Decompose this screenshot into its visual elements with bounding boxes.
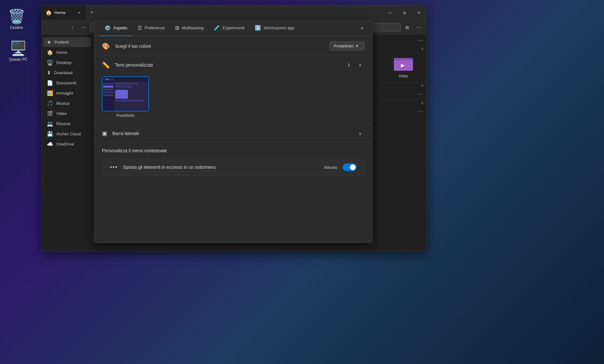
theme-grid: Predefinito — [94, 74, 372, 124]
temi-collapse-icon: ∧ — [359, 62, 362, 68]
sidebar-item-risorse[interactable]: 💻 Risorse — [43, 119, 91, 129]
barra-laterale-chevron[interactable]: ∨ — [356, 129, 365, 138]
sidebar: ★ Preferiti 🏠 Home 🖥️ Desktop ⬇ Download… — [42, 34, 93, 251]
tab-home[interactable]: 🏠 Home ✕ — [42, 5, 86, 20]
right-section-divider-2: ∧ — [380, 82, 426, 88]
tab-aspetto[interactable]: ⚙️ Aspetto — [99, 20, 132, 36]
immagini-icon: 🖼️ — [47, 90, 53, 96]
temi-info-icon: ℹ — [348, 62, 350, 68]
forward-button[interactable]: → — [56, 22, 66, 32]
dot-3 — [109, 78, 111, 80]
temi-section-actions: ℹ ∧ — [344, 61, 365, 69]
right-more-button-2[interactable]: ⋯ — [416, 89, 425, 98]
tab-esperimenti[interactable]: 🧪 Esperimenti — [209, 20, 250, 36]
sidebar-item-video-label: Video — [56, 111, 67, 116]
toolbar-right: ⊞ ⋯ — [402, 22, 424, 32]
preview-card — [115, 90, 128, 99]
sidebar-item-desktop[interactable]: 🖥️ Desktop — [43, 58, 91, 68]
right-folder-video-label: Video — [399, 74, 408, 78]
preview-sidebar-item-3 — [103, 89, 113, 90]
add-tab-button[interactable]: + — [86, 9, 97, 16]
sidebar-item-onedrive[interactable]: ☁️ OneDrive — [43, 139, 91, 149]
recycle-bin-label: Cestino — [10, 25, 23, 30]
sidebar-item-musica[interactable]: 🎵 Musica — [43, 98, 91, 108]
this-pc-icon: 🖥️ — [11, 41, 26, 56]
context-menu-row-label: Sposta gli elementi in eccesso in un sot… — [123, 165, 319, 170]
chevron-up-icon-1: ∧ — [421, 46, 424, 51]
color-row: 🎨 Scegli il tuo colore Predefinito ▾ — [94, 36, 372, 56]
theme-preview-body — [103, 82, 148, 111]
desktop-icon-this-pc[interactable]: 🖥️ Questo PC — [6, 38, 30, 64]
right-more-button-3[interactable]: ⋯ — [416, 107, 425, 116]
temi-section-header[interactable]: ✏️ Temi personalizzati ℹ ∧ — [94, 56, 372, 74]
esperimenti-tab-label: Esperimenti — [223, 25, 245, 30]
risorse-icon: 💻 — [47, 121, 53, 127]
title-bar-tabs: 🏠 Home ✕ + — [42, 5, 382, 20]
svg-rect-2 — [394, 58, 401, 61]
restore-button[interactable]: ⧉ — [397, 5, 412, 20]
preview-row-1 — [115, 83, 138, 85]
preview-row-2 — [115, 86, 131, 88]
temi-section-label: Temi personalizzati — [115, 62, 339, 68]
right-folder-video[interactable]: Video — [380, 52, 426, 82]
sidebar-item-video[interactable]: 🎬 Video — [43, 109, 91, 118]
color-row-label: Scegli il tuo colore — [115, 44, 324, 49]
temi-collapse-button[interactable]: ∧ — [356, 61, 365, 69]
onedrive-icon: ☁️ — [47, 141, 53, 147]
preview-sidebar-item-4 — [103, 91, 113, 93]
tab-informazioni[interactable]: ℹ️ Informazioni app — [250, 20, 299, 36]
right-section-header-1: ⋯ — [380, 34, 426, 46]
back-icon: ← — [47, 25, 52, 30]
multitasking-tab-icon: ⊞ — [175, 25, 179, 31]
toolbar-options-button[interactable]: ⋯ — [414, 22, 424, 32]
color-dropdown[interactable]: Predefinito ▾ — [330, 41, 365, 51]
temi-info-button[interactable]: ℹ — [344, 61, 353, 69]
sidebar-item-download[interactable]: ⬇ Download — [43, 68, 91, 78]
right-section-header-3: ⋯ — [380, 106, 426, 117]
dot-4 — [111, 78, 113, 80]
context-menu-toggle[interactable] — [343, 163, 357, 171]
right-panel: ⋯ ∧ Video ∧ ⋯ — [380, 34, 426, 251]
barra-laterale-row[interactable]: ▣ Barra laterale ∨ — [94, 125, 372, 143]
desktop-sidebar-icon: 🖥️ — [47, 60, 53, 66]
sidebar-item-documenti[interactable]: 📄 Documenti — [43, 78, 91, 88]
preview-sidebar-item-5 — [103, 94, 113, 96]
desktop-icon-recycle-bin[interactable]: 🗑️ Cestino — [6, 6, 27, 32]
sidebar-item-archivi-cloud-label: Archivi Cloud — [56, 132, 81, 136]
sidebar-item-desktop-label: Desktop — [56, 60, 72, 65]
sidebar-item-immagini-label: Immagini — [56, 91, 73, 96]
this-pc-label: Questo PC — [9, 57, 28, 62]
sidebar-item-onedrive-label: OneDrive — [56, 142, 74, 146]
sidebar-item-archivi-cloud[interactable]: 💾 Archivi Cloud — [43, 129, 91, 139]
settings-content: 🎨 Scegli il tuo colore Predefinito ▾ ✏️ … — [94, 36, 372, 243]
sidebar-item-download-label: Download — [54, 70, 73, 75]
temi-section: ✏️ Temi personalizzati ℹ ∧ — [94, 56, 372, 125]
preview-row-3 — [115, 100, 144, 102]
title-bar: 🏠 Home ✕ + — ⧉ ✕ — [42, 5, 426, 20]
sidebar-item-home[interactable]: 🏠 Home — [43, 47, 91, 57]
archivi-cloud-icon: 💾 — [47, 131, 53, 137]
more-toolbar-button[interactable]: ⋯ — [79, 22, 89, 32]
settings-close-button[interactable]: ✕ — [357, 23, 367, 33]
chevron-up-icon-2: ∧ — [421, 83, 424, 88]
layout-button[interactable]: ⊞ — [402, 22, 412, 32]
up-button[interactable]: ↑ — [67, 22, 77, 32]
color-dropdown-arrow: ▾ — [356, 44, 358, 48]
window-close-button[interactable]: ✕ — [412, 5, 426, 20]
aspetto-tab-label: Aspetto — [113, 25, 127, 30]
tab-multitasking[interactable]: ⊞ Multitasking — [170, 20, 209, 36]
esperimenti-tab-icon: 🧪 — [214, 25, 220, 31]
sidebar-item-immagini[interactable]: 🖼️ Immagini — [43, 88, 91, 98]
theme-predefinito[interactable]: Predefinito — [102, 76, 149, 118]
video-folder-icon — [393, 55, 414, 72]
tab-preferenze[interactable]: ☰ Preferenze — [132, 20, 170, 36]
theme-preview-predefinito — [103, 77, 148, 111]
theme-preview-titlebar — [103, 77, 148, 82]
minimize-button[interactable]: — — [382, 5, 397, 20]
tab-close-button[interactable]: ✕ — [76, 10, 82, 16]
context-menu-toggle-label: Attivato — [324, 165, 338, 170]
right-more-button-1[interactable]: ⋯ — [416, 36, 425, 45]
preview-sidebar-item-1 — [103, 83, 113, 85]
back-button[interactable]: ← — [44, 22, 54, 32]
sidebar-item-preferiti[interactable]: ★ Preferiti — [43, 37, 91, 47]
